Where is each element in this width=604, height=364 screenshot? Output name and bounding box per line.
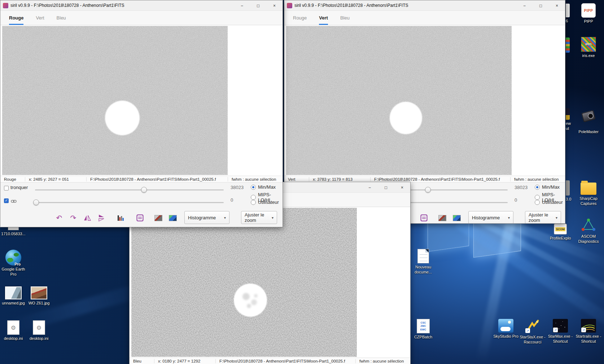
status-bar: Vert x: 3783 y: 1179 = 813 F:\Photos\201… [284,176,565,182]
image-canvas[interactable] [0,25,283,176]
cut-off-desktop-icon[interactable]: 6 [566,4,574,23]
image-thumbnail-red-icon[interactable] [438,213,447,223]
folder-icon [581,183,596,195]
minimize-button[interactable]: − [516,0,533,11]
cut-off-desktop-icon[interactable] [566,38,574,53]
status-fwhm: fwhm : aucune sélection [228,177,283,181]
slider-thumb[interactable] [425,187,431,193]
desktop-icon-unnamed-jpg[interactable]: unnamed.jpg [0,286,28,306]
undo-icon[interactable]: ↶ [54,213,64,223]
partial-icon [566,180,570,196]
desktop-icon-skystudio-pro[interactable]: SkyStudio Pro [491,319,520,339]
slider-thumb[interactable] [141,187,147,193]
histogram-mode-dropdown[interactable]: Histogramme ▾ [468,211,513,224]
desktop-icon-wo-z61-jpg[interactable]: WO Z61.jpg [25,286,53,306]
pipp-icon-text: PIPP [584,9,593,13]
zoom-dropdown[interactable]: Ajuster le zoom ▾ [241,211,277,224]
partial-icon-label: ut [566,126,574,131]
cut-off-desktop-icon[interactable]: ew ut [566,108,574,131]
desktop-icon-1710-document[interactable]: 1710.05833... [0,226,28,237]
desktop-icon-nouveau-document[interactable]: Nouveau docume... [409,249,438,275]
desktop-icon-starmax[interactable]: StarMax.exe - Shortcut [546,319,575,344]
maximize-button[interactable]: □ [378,182,394,193]
icon-label: Google Earth Pro [0,267,28,277]
titlebar[interactable]: siril v0.9.9 - F:\Photos\2018\180728 - A… [0,0,283,11]
radio-dot [535,200,540,205]
desktop-icon-startrails[interactable]: Startrails.exe - Shortcut [574,319,603,344]
thumbnail [453,215,461,221]
desktop-icon-google-earth-pro[interactable]: Pro Google Earth Pro [0,250,28,277]
minmax-radio[interactable]: Min/Max [251,184,276,190]
flip-horizontal-icon[interactable] [83,213,92,223]
image-thumbnail-blue-icon[interactable] [452,213,461,223]
close-button[interactable]: × [394,182,410,193]
tab-bleu[interactable]: Bleu [340,11,350,25]
maximize-button[interactable]: □ [250,0,266,11]
desktop-icon-ascom-diagnostics[interactable]: ASCOM Diagnostics [574,218,603,244]
icon-label: StarMax.exe - Shortcut [546,334,575,344]
desktop-icon-czpbatch[interactable]: CSC ZMC EWC CZPBatch [409,319,438,340]
cut-off-desktop-icon[interactable]: 3.0 [566,180,574,202]
icon-label: CZPBatch [409,335,438,340]
desktop-icon-pipp[interactable]: PIPP PIPP [574,3,603,24]
tab-bleu[interactable]: Bleu [57,11,66,25]
zoom-dropdown[interactable]: Ajuster le zoom ▾ [525,211,561,224]
partial-icon-label: 3.0 [566,197,574,202]
status-channel: Rouge [0,177,25,181]
status-coordinates: x: 2485 y: 2627 = 051 [25,177,86,181]
high-threshold-value: 38023 [515,185,528,190]
desktop-icon-profileexplo[interactable]: SCOM ProfileExplo [546,224,575,241]
desktop-icon-starstax[interactable]: StarStaX.exe - Raccourci [518,319,547,345]
globe-icon-text: Pro [14,262,21,266]
minmax-radio[interactable]: Min/Max [535,184,560,190]
minimize-button[interactable]: − [362,182,378,193]
image-thumbnail-blue-icon[interactable] [168,213,178,223]
linked-checkbox[interactable] [4,198,9,203]
tab-vert[interactable]: Vert [36,11,44,25]
partial-icon-label: ew [566,121,574,126]
close-button[interactable]: × [266,0,283,11]
user-radio[interactable]: Utilisateur [535,199,563,205]
low-threshold-value: 0 [231,197,233,203]
tab-rouge[interactable]: Rouge [9,11,23,25]
flip-vertical-icon[interactable] [97,213,106,223]
siril-app-icon [3,3,8,8]
icon-label: SharpCap Captures [574,196,603,206]
shortcut-arrow-icon [553,328,558,332]
image-thumbnail-red-icon[interactable] [154,213,163,223]
low-threshold-slider[interactable] [33,199,224,205]
slider-track[interactable] [33,202,224,203]
desktop-icon-desktop-ini-1[interactable]: ⚙ desktop.ini [0,320,28,341]
slider-track[interactable] [35,189,224,190]
desktop-icon-desktop-ini-2[interactable]: ⚙ desktop.ini [25,320,53,341]
chevron-down-icon: ▾ [272,216,273,220]
icon-label: iris.exe [574,53,603,58]
window-title: siril v0.9.9 - F:\Photos\2018\180728 - A… [10,3,124,8]
grid-icon[interactable] [135,213,145,223]
icon-label: SkyStudio Pro [491,334,520,339]
image-canvas[interactable] [130,207,410,358]
desktop-icon-iris[interactable]: IRIS iris.exe [574,37,603,58]
desktop-icon-polemaster[interactable]: PoleMaster [574,108,603,135]
czp-icon-text: CSC ZMC EWC [419,321,428,331]
minimize-button[interactable]: − [234,0,250,11]
grid-icon[interactable] [419,213,429,223]
histogram-icon[interactable] [116,213,126,223]
histogram-mode-dropdown[interactable]: Histogramme ▾ [184,211,229,224]
star-brush-icon [525,319,540,333]
wallpaper-beam [476,215,517,362]
titlebar[interactable]: siril v0.9.9 - F:\Photos\2018\180728 - A… [284,0,565,11]
maximize-button[interactable]: □ [533,0,549,11]
slider-thumb[interactable] [33,199,39,205]
status-filepath: F:\Photos\2018\180728 - Anthenors\Part1\… [86,177,228,181]
redo-icon[interactable]: ↷ [69,213,78,223]
tab-rouge[interactable]: Rouge [293,11,307,25]
close-button[interactable]: × [549,0,565,11]
low-threshold-value: 0 [515,197,517,203]
user-radio[interactable]: Utilisateur [251,199,279,205]
tronquer-checkbox[interactable] [4,186,9,190]
desktop-icon-sharpcap-captures[interactable]: SharpCap Captures [574,180,603,206]
tab-vert[interactable]: Vert [319,11,328,25]
high-threshold-slider[interactable] [35,187,224,193]
image-canvas[interactable] [284,25,565,176]
